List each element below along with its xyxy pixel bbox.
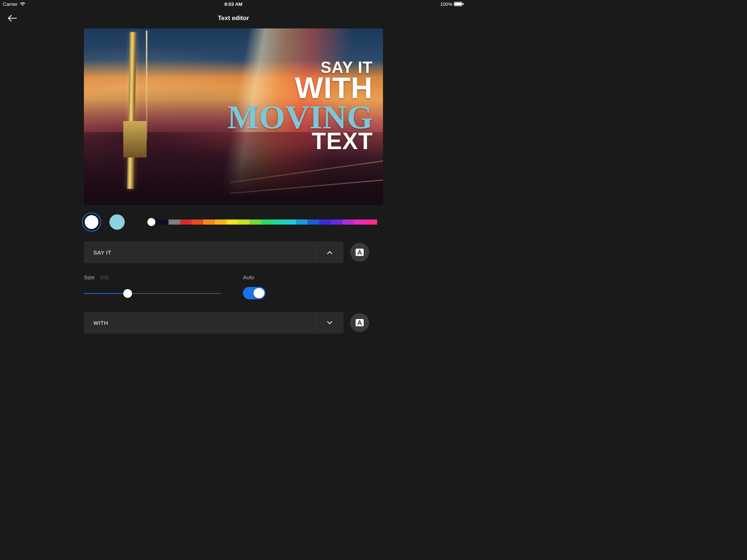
auto-label: Auto	[243, 274, 266, 280]
carrier-label: Carrier	[3, 1, 18, 7]
text-line-input[interactable]: SAY IT	[84, 241, 344, 263]
spectrum-stop[interactable]	[180, 219, 192, 225]
text-line-label: SAY IT	[84, 249, 316, 256]
battery-percent: 100%	[440, 1, 452, 7]
font-style-button[interactable]	[350, 243, 369, 262]
color-spectrum-picker[interactable]	[147, 218, 377, 226]
font-icon	[356, 319, 364, 326]
spectrum-stop[interactable]	[261, 219, 273, 225]
color-swatch-primary[interactable]	[84, 214, 99, 230]
size-value: 100	[100, 274, 109, 280]
svg-rect-1	[454, 3, 462, 5]
font-icon	[356, 249, 364, 256]
text-line-row: WITH	[84, 312, 383, 334]
spectrum-stop[interactable]	[365, 219, 377, 225]
nav-bar: Text editor	[0, 8, 467, 28]
text-line-label: WITH	[84, 320, 316, 326]
spectrum-strip[interactable]	[157, 219, 377, 225]
spectrum-stop[interactable]	[249, 219, 261, 225]
spectrum-stop[interactable]	[307, 219, 319, 225]
spectrum-stop[interactable]	[203, 219, 215, 225]
expand-toggle[interactable]	[316, 321, 344, 324]
wifi-icon	[20, 2, 26, 6]
page-title: Text editor	[218, 15, 249, 22]
spectrum-stop[interactable]	[169, 219, 180, 225]
font-style-button[interactable]	[350, 313, 369, 332]
color-swatch-secondary[interactable]	[109, 214, 125, 230]
svg-rect-2	[463, 3, 464, 5]
back-button[interactable]	[7, 13, 18, 23]
preview-line-2: WITH	[227, 74, 373, 102]
chevron-down-icon	[327, 321, 332, 324]
spectrum-stop[interactable]	[238, 219, 250, 225]
spectrum-stop[interactable]	[331, 219, 342, 225]
spectrum-stop[interactable]	[285, 219, 296, 225]
collapse-toggle[interactable]	[316, 251, 344, 254]
size-auto-row: Size 100 Auto	[84, 274, 383, 299]
color-swatch-row	[84, 213, 383, 231]
clock: 8:03 AM	[224, 1, 242, 7]
text-line-input[interactable]: WITH	[84, 312, 344, 334]
status-bar: Carrier 8:03 AM 100%	[0, 0, 467, 8]
spectrum-stop[interactable]	[273, 219, 285, 225]
battery-icon	[454, 2, 464, 6]
back-arrow-icon	[8, 15, 17, 22]
spectrum-stop[interactable]	[191, 219, 203, 225]
auto-toggle[interactable]	[243, 287, 266, 299]
slider-thumb[interactable]	[123, 289, 132, 298]
spectrum-stop[interactable]	[215, 219, 227, 225]
preview-text-block: SAY IT WITH MOVING TEXT	[227, 60, 373, 152]
spectrum-stop[interactable]	[157, 219, 169, 225]
spectrum-stop[interactable]	[342, 219, 354, 225]
size-slider[interactable]	[84, 289, 221, 298]
size-label: Size	[84, 274, 94, 280]
chevron-up-icon	[327, 251, 332, 254]
spectrum-stop[interactable]	[296, 219, 308, 225]
spectrum-stop[interactable]	[227, 219, 238, 225]
spectrum-thumb[interactable]	[147, 218, 155, 226]
toggle-knob	[253, 288, 264, 298]
preview-canvas[interactable]: SAY IT WITH MOVING TEXT	[84, 28, 383, 205]
spectrum-stop[interactable]	[319, 219, 331, 225]
text-line-row: SAY IT	[84, 241, 383, 263]
spectrum-stop[interactable]	[354, 219, 366, 225]
